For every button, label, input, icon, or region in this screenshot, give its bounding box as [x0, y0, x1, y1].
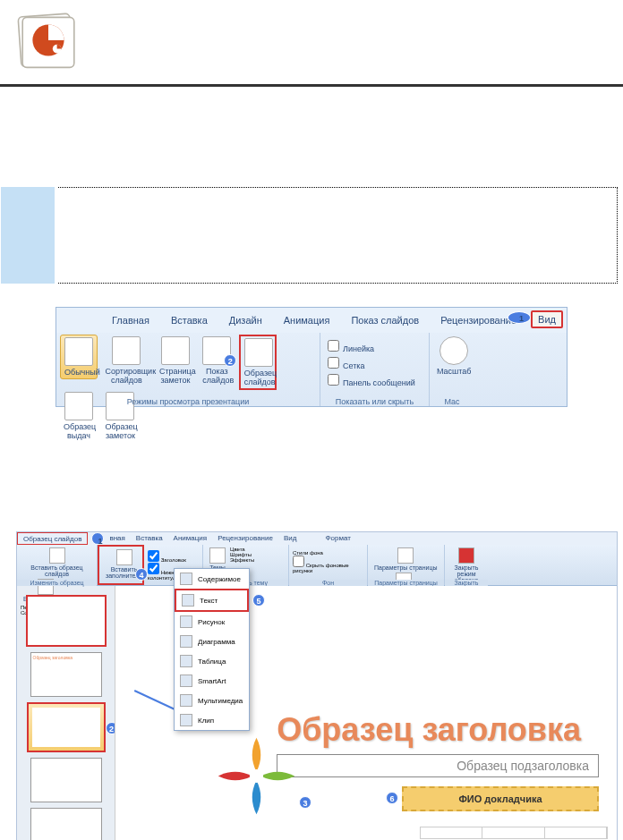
powerpoint-logo-icon	[9, 4, 88, 80]
page-header	[0, 0, 623, 87]
